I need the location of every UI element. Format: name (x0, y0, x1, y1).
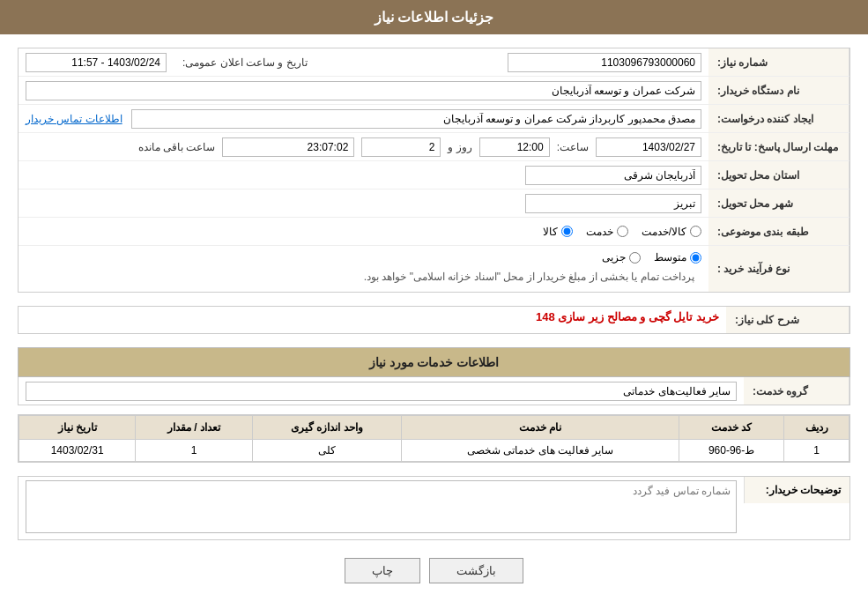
table-header-row: ردیف کد خدمت نام خدمت واحد اندازه گیری ت… (19, 416, 849, 440)
announce-label: تاریخ و ساعت اعلان عمومی: (174, 56, 316, 69)
service-group-row: گروه خدمت: (18, 377, 850, 405)
deadline-time-label: ساعت: (557, 141, 589, 153)
row-creator: ایجاد کننده درخواست: اطلاعات تماس خریدار (19, 105, 849, 133)
cell-quantity: 1 (136, 440, 252, 462)
row-send-deadline: مهلت ارسال پاسخ: تا تاریخ: ساعت: روز و س… (19, 133, 849, 161)
print-button[interactable]: چاپ (345, 558, 420, 583)
back-button[interactable]: بازگشت (429, 558, 523, 583)
buyer-desc-label: توضیحات خریدار: (744, 477, 849, 503)
page-wrapper: جزئیات اطلاعات نیاز شماره نیاز: تاریخ و … (0, 0, 868, 609)
buyer-org-label: نام دستگاه خریدار: (708, 77, 849, 104)
province-input[interactable] (525, 166, 701, 185)
need-desc-label: شرح کلی نیاز: (726, 307, 849, 333)
services-table: ردیف کد خدمت نام خدمت واحد اندازه گیری ت… (19, 415, 849, 462)
category-option-goods-service[interactable]: کالا/خدمت (642, 226, 701, 238)
page-title: جزئیات اطلاعات نیاز (0, 0, 868, 34)
row-province: استان محل تحویل: (19, 161, 849, 189)
process-label-medium: متوسط (654, 251, 686, 264)
row-process-type: نوع فرآیند خرید : متوسط جزیی پرداخت تمام… (19, 246, 849, 292)
cell-service-name: سایر فعالیت های خدماتی شخصی (402, 440, 679, 462)
cell-date: 1403/02/31 (19, 440, 136, 462)
deadline-time-input[interactable] (479, 137, 550, 157)
service-group-input[interactable] (26, 382, 737, 401)
cell-row-num: 1 (784, 440, 849, 462)
category-radio-group: کالا/خدمت خدمت کالا (19, 222, 708, 241)
col-row-num: ردیف (784, 416, 849, 440)
process-label: نوع فرآیند خرید : (708, 246, 849, 292)
col-quantity: تعداد / مقدار (136, 416, 252, 440)
city-input[interactable] (525, 194, 701, 213)
category-radio-goods-service[interactable] (690, 226, 701, 237)
category-option-goods[interactable]: کالا (543, 226, 573, 238)
buyer-desc-textarea[interactable] (26, 480, 737, 533)
need-number-label: شماره نیاز: (708, 48, 849, 76)
creator-input[interactable] (131, 109, 701, 129)
service-group-label: گروه خدمت: (744, 377, 849, 405)
process-radio-group: متوسط جزیی (26, 251, 701, 264)
need-desc-value: خرید تایل گچی و مصالح زیر سازی 148 (536, 310, 719, 323)
table-row: 1 ط-96-960 سایر فعالیت های خدماتی شخصی ک… (19, 440, 849, 462)
send-deadline-label: مهلت ارسال پاسخ: تا تاریخ: (708, 133, 849, 160)
row-category: طبقه بندی موضوعی: کالا/خدمت خدمت کالا (19, 218, 849, 246)
deadline-remaining-label: ساعت باقی مانده (138, 141, 216, 153)
row-buyer-org: نام دستگاه خریدار: (19, 77, 849, 105)
process-radio-medium[interactable] (690, 252, 701, 264)
col-service-code: کد خدمت (679, 416, 783, 440)
process-option-partial[interactable]: جزیی (602, 251, 641, 264)
need-description-section: شرح کلی نیاز: خرید تایل گچی و مصالح زیر … (18, 306, 850, 334)
deadline-date-input[interactable] (596, 137, 701, 157)
process-notice: پرداخت تمام یا بخشی از مبلغ خریدار از مح… (26, 267, 701, 286)
main-info-section: شماره نیاز: تاریخ و ساعت اعلان عمومی: نا… (18, 48, 850, 293)
category-radio-service[interactable] (617, 226, 628, 237)
category-label-goods: کالا (543, 226, 558, 238)
action-buttons-row: بازگشت چاپ (18, 558, 850, 583)
services-table-container: ردیف کد خدمت نام خدمت واحد اندازه گیری ت… (18, 414, 850, 463)
creator-label: ایجاد کننده درخواست: (708, 105, 849, 132)
deadline-remaining-input[interactable] (222, 137, 354, 157)
row-need-number: شماره نیاز: تاریخ و ساعت اعلان عمومی: (19, 48, 849, 77)
cell-unit: کلی (252, 440, 401, 462)
buyer-desc-content (19, 477, 744, 539)
content-area: شماره نیاز: تاریخ و ساعت اعلان عمومی: نا… (0, 34, 868, 609)
col-service-name: نام خدمت (402, 416, 679, 440)
process-radio-partial[interactable] (629, 252, 641, 264)
col-unit: واحد اندازه گیری (252, 416, 401, 440)
process-label-partial: جزیی (602, 251, 626, 264)
services-section-title: اطلاعات خدمات مورد نیاز (18, 347, 850, 377)
deadline-days-input[interactable] (361, 137, 441, 157)
need-number-input[interactable] (508, 53, 701, 72)
send-deadline-row: ساعت: روز و ساعت باقی مانده (19, 134, 708, 160)
row-city: شهر محل تحویل: (19, 189, 849, 218)
contact-link[interactable]: اطلاعات تماس خریدار (26, 113, 122, 125)
announce-datetime-input[interactable] (26, 53, 167, 72)
buyer-org-input[interactable] (26, 81, 701, 100)
col-date: تاریخ نیاز (19, 416, 136, 440)
buyer-description-section: توضیحات خریدار: (18, 476, 850, 540)
province-label: استان محل تحویل: (708, 161, 849, 189)
cell-service-code: ط-96-960 (679, 440, 783, 462)
category-label-goods-service: کالا/خدمت (642, 226, 686, 238)
service-group-value (19, 378, 744, 405)
need-number-value (316, 49, 708, 76)
category-label-service: خدمت (586, 226, 613, 238)
category-label: طبقه بندی موضوعی: (708, 218, 849, 245)
need-desc-value-area: خرید تایل گچی و مصالح زیر سازی 148 (19, 307, 726, 327)
process-option-medium[interactable]: متوسط (654, 251, 701, 264)
category-option-service[interactable]: خدمت (586, 226, 628, 238)
deadline-days-label: روز و (448, 141, 471, 153)
category-radio-goods[interactable] (561, 226, 573, 237)
city-label: شهر محل تحویل: (708, 189, 849, 217)
